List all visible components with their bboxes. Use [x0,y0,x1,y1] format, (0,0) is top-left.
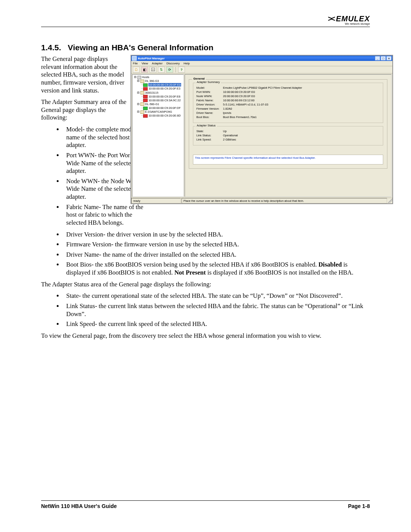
section-heading: 1.4.5. Viewing an HBA's General Informat… [41,43,370,52]
closing-paragraph: To view the General page, from the disco… [41,332,370,340]
menu-discovery[interactable]: Discovery [166,62,180,65]
field-label: Link Status: [196,134,223,137]
discovery-tree[interactable]: ⊟ Hosts⊟ DL 360-G3· 10:00:00:00:C9:20:0F… [132,74,184,197]
discover-icon[interactable]: ◧ [141,67,148,73]
tree-host[interactable]: ⊟ E-D3AWTCA5IPO9G [137,110,183,114]
tree-hba[interactable]: · 10:00:00:00:C9:20:0F:DF [142,106,183,110]
brand-tagline: We network storage [345,22,370,25]
tree-hba[interactable]: · 10:00:00:00:C9:20:0F:E8 [142,95,183,99]
section-title: Viewing an HBA's General Information [68,43,213,52]
refresh-icon[interactable]: ⟳ [166,67,173,73]
app-icon [132,56,137,61]
tree-hba[interactable]: · 10:00:00:00:C9:3A:9C:22 [142,99,183,102]
field-label: Driver Version: [196,103,223,106]
bb-mid2: is displayed if x86 BootBIOS is not inst… [206,269,354,276]
new-icon[interactable]: 🗋 [133,67,140,73]
field-value: Up [223,129,380,133]
adapter-status-group: Adapter Status State:UpLink Status:Opera… [193,126,383,145]
field-value: lpxnds [223,111,380,115]
field-value: Emulex LightPulse LP9802 Gigabit PCI Fib… [223,86,380,89]
brand-name: EMULEX [336,15,370,22]
sort-icon[interactable]: ⇅ [158,67,165,73]
intro-paragraph: The General page displays relevant infor… [41,55,128,94]
summary-row: Port WWN:10:00:00:00:C9:20:0F:E0 [196,90,380,94]
status-ready: ready [131,198,181,203]
emulex-logo-glyph: >< [328,15,333,22]
field-value: 2 GBit/sec [223,138,380,141]
field-label: Link Speed: [196,138,223,141]
resize-grip-icon[interactable] [388,198,392,203]
header-divider [41,27,370,27]
section-number: 1.4.5. [41,43,61,52]
list-item: Driver Version- the driver version in us… [63,231,370,239]
tree-icon[interactable]: ⿳ [150,67,156,73]
list-item: Fabric Name- The name of the host or fab… [63,203,148,227]
field-label: Port WWN: [196,90,223,94]
status-row: Link Status:Operational [196,134,380,137]
list-item: Link Speed- the current link speed of th… [63,320,370,328]
toolbar: 🗋 ◧ ⿳ ⇅ ⟳ ? [131,66,392,73]
bb-prefix: Boot Bios- the x86 BootBIOS version bein… [66,261,319,268]
menu-file[interactable]: File [133,62,138,65]
summary-row: Driver Version:5-5.11A1; HBAAPI v2.0.d, … [196,103,380,106]
tree-host[interactable]: ⊟ DL 360-G3 [137,79,183,83]
tree-host[interactable]: ⊟ 300G3115 [137,91,183,95]
tree-hba[interactable]: · 10:00:00:00:C9:20:0E:8D [142,114,183,118]
tree-hba[interactable]: · 10:00:00:00:C9:20:0F:E3 [142,87,183,91]
help-text: This screen represents Fibre Channel spe… [195,156,315,160]
menu-help[interactable]: Help [183,62,190,65]
field-value: 10:00:00:00:C9:20:0F:E0 [223,90,380,94]
general-title: General [192,77,206,80]
help-text-box: This screen represents Fibre Channel spe… [193,155,383,165]
field-label: Boot Bios: [196,115,223,119]
footer-doc-title: NetWin 110 HBA User's Guide [41,503,117,509]
menu-adapter[interactable]: Adapter [152,62,162,65]
page-footer: NetWin 110 HBA User's Guide Page 1-8 [41,500,370,509]
toolbar-separator [175,67,176,72]
list-item: Driver Name- the name of the driver inst… [63,251,370,259]
summary-row: Model:Emulex LightPulse LP9802 Gigabit P… [196,86,380,89]
menu-bar: File View Adapter Discovery Help [131,61,392,66]
page-header: >< EMULEX We network storage [41,14,370,25]
help-icon[interactable]: ? [178,67,185,73]
status-intro: The Adapter Status area of the General p… [41,281,370,289]
field-label: Model: [196,86,223,89]
field-label: Firmware Version: [196,107,223,110]
summary-list-full: Driver Version- the driver version in us… [41,231,370,277]
status-row: State:Up [196,129,380,133]
field-value: Operational [223,134,380,137]
status-bar: ready Place the cursor over an item in t… [131,198,392,203]
field-value: Boot Bios Firmware1.70a1 [223,115,380,119]
tree-host[interactable]: ⊟ DL-580-G1 [137,102,183,106]
close-button[interactable]: × [386,56,392,61]
tree-hba[interactable]: · 10:00:00:00:C9:20:0F:E0 [142,83,183,87]
list-item: Firmware Version- the firmware version i… [63,241,370,249]
window-titlebar[interactable]: AutoPilot Manager _ □ × [131,56,392,61]
list-item: State- the current operational state of … [63,292,370,300]
status-hint: Place the cursor over an item in the win… [182,198,387,203]
content-pane: General Adapter Summary Model:Emulex Lig… [185,74,392,197]
list-item: Link Status- the current link status bet… [63,302,370,318]
field-value: 20:00:00:00:C9:20:0F:E0 [223,94,380,98]
menu-view[interactable]: View [142,62,148,65]
field-label: State: [196,129,223,133]
app-screenshot: AutoPilot Manager _ □ × File View Adapte… [131,55,393,204]
summary-row: Fabric Name:10:00:00:60:69:C0:12:60 [196,99,380,102]
field-label: Node WWN: [196,94,223,98]
footer-page-number: Page 1-8 [348,503,370,509]
bb-bold2: Not Present [174,269,206,276]
footer-divider [41,500,370,501]
summary-row: Boot Bios:Boot Bios Firmware1.70a1 [196,115,380,119]
window-title: AutoPilot Manager [138,57,165,60]
status-row: Link Speed:2 GBit/sec [196,138,380,141]
tree-root[interactable]: ⊟ Hosts [134,75,183,79]
minimize-button[interactable]: _ [375,56,380,61]
adapter-summary-title: Adapter Summary [196,80,221,84]
general-group: General Adapter Summary Model:Emulex Lig… [189,79,387,169]
list-item-bootbios: Boot Bios- the x86 BootBIOS version bein… [63,261,370,276]
summary-row: Driver Name:lpxnds [196,111,380,115]
maximize-button[interactable]: □ [381,56,386,61]
summary-intro: The Adapter Summary area of the General … [41,98,128,122]
status-list: State- the current operational state of … [41,292,370,328]
field-value: 10:00:00:60:69:C0:12:60 [223,99,380,102]
